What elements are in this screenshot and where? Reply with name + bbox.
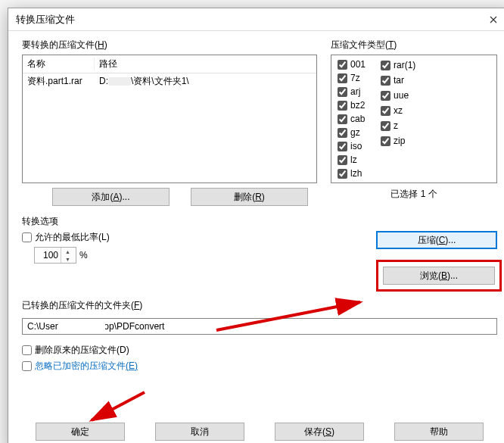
type-label: uue	[394, 90, 409, 101]
dialog-footer: 确定 取消 保存(S) 帮助	[22, 420, 497, 441]
type-cab[interactable]: cab	[338, 113, 366, 125]
file-list-header: 名称 路径	[23, 55, 316, 73]
cancel-button[interactable]: 取消	[155, 423, 244, 441]
file-path-cell: D:\资料\文件夹1\	[95, 75, 316, 88]
type-label: 001	[350, 59, 366, 70]
type-gz[interactable]: gz	[338, 126, 366, 139]
compression-settings-button[interactable]: 压缩(C)...	[376, 231, 497, 249]
files-label: 要转换的压缩文件(H)	[22, 39, 317, 51]
save-button[interactable]: 保存(S)	[275, 423, 364, 441]
spin-up-icon[interactable]: ▲	[61, 248, 74, 255]
type-checkbox[interactable]	[338, 87, 347, 97]
type-arj[interactable]: arj	[338, 86, 366, 98]
file-name-cell: 资料.part1.rar	[23, 75, 95, 88]
file-list-row[interactable]: 资料.part1.rar D:\资料\文件夹1\	[23, 73, 316, 89]
type-checkbox[interactable]	[338, 73, 347, 83]
svg-line-1	[92, 392, 145, 420]
types-column-1: 0017zarjbz2cabgzisolzlzh	[338, 58, 366, 179]
type-7z[interactable]: 7z	[338, 72, 366, 84]
type-xz[interactable]: xz	[381, 104, 415, 117]
close-button[interactable]	[476, 8, 504, 31]
min-ratio-label[interactable]: 允许的最低比率(L)	[35, 231, 110, 244]
skip-encrypted-checkbox[interactable]	[22, 361, 32, 371]
ok-button[interactable]: 确定	[36, 423, 125, 441]
type-checkbox[interactable]	[338, 128, 347, 138]
archive-types-box: 0017zarjbz2cabgzisolzlzh rar(1)taruuexzz…	[331, 55, 497, 183]
dest-folder-input[interactable]	[22, 318, 497, 335]
type-label: zip	[394, 136, 405, 146]
type-label: xz	[394, 105, 403, 116]
type-checkbox[interactable]	[381, 91, 390, 101]
delete-button[interactable]: 删除(R)	[191, 188, 308, 206]
type-checkbox[interactable]	[381, 121, 390, 131]
types-column-2: rar(1)taruuexzzzip	[381, 58, 415, 179]
type-label: arj	[350, 86, 360, 97]
types-label: 压缩文件类型(T)	[331, 39, 497, 51]
dialog-window: 转换压缩文件 要转换的压缩文件(H) 名称 路径 资料.part1.rar	[8, 8, 504, 443]
type-checkbox[interactable]	[338, 101, 347, 111]
delete-original-label[interactable]: 删除原来的压缩文件(D)	[35, 344, 129, 357]
add-button[interactable]: 添加(A)...	[52, 188, 170, 206]
type-001[interactable]: 001	[338, 58, 366, 70]
col-name-header[interactable]: 名称	[23, 58, 95, 70]
options-heading: 转换选项	[22, 215, 497, 228]
type-label: 7z	[350, 73, 360, 83]
close-icon	[490, 16, 497, 23]
type-checkbox[interactable]	[381, 136, 390, 146]
percent-label: %	[79, 250, 88, 260]
help-button[interactable]: 帮助	[394, 423, 484, 441]
browse-highlight-box: 浏览(B)...	[376, 260, 502, 292]
type-checkbox[interactable]	[338, 114, 347, 124]
type-zip[interactable]: zip	[381, 134, 415, 148]
type-z[interactable]: z	[381, 119, 415, 133]
min-ratio-input[interactable]	[35, 249, 61, 261]
dest-folder-label: 已转换的压缩文件的文件夹(F)	[22, 299, 497, 312]
type-label: lzh	[350, 168, 362, 179]
type-checkbox[interactable]	[338, 169, 347, 179]
delete-original-checkbox[interactable]	[22, 345, 32, 355]
titlebar: 转换压缩文件	[8, 8, 504, 31]
dialog-content: 要转换的压缩文件(H) 名称 路径 资料.part1.rar D:\资料\文件夹…	[8, 31, 504, 443]
type-label: gz	[350, 127, 360, 138]
type-label: z	[394, 120, 398, 131]
type-checkbox[interactable]	[338, 60, 347, 70]
type-rar1[interactable]: rar(1)	[381, 58, 415, 72]
type-tar[interactable]: tar	[381, 73, 415, 87]
type-label: bz2	[350, 100, 365, 111]
spin-down-icon[interactable]: ▼	[61, 255, 74, 263]
type-label: tar	[394, 75, 404, 86]
type-iso[interactable]: iso	[338, 140, 366, 152]
type-label: cab	[350, 114, 365, 124]
min-ratio-checkbox-row: 允许的最低比率(L)	[22, 231, 376, 244]
type-label: iso	[350, 141, 362, 151]
redacted-segment	[108, 77, 131, 86]
type-label: lz	[350, 154, 357, 165]
type-checkbox[interactable]	[338, 142, 347, 151]
skip-encrypted-label[interactable]: 忽略已加密的压缩文件(E)	[35, 360, 138, 373]
type-bz2[interactable]: bz2	[338, 99, 366, 111]
min-ratio-checkbox[interactable]	[22, 232, 32, 242]
type-uue[interactable]: uue	[381, 89, 415, 102]
window-title: 转换压缩文件	[16, 13, 476, 27]
type-checkbox[interactable]	[381, 76, 390, 86]
type-checkbox[interactable]	[381, 61, 390, 70]
type-checkbox[interactable]	[338, 155, 347, 165]
selected-count: 已选择 1 个	[331, 188, 497, 201]
file-list[interactable]: 名称 路径 资料.part1.rar D:\资料\文件夹1\	[22, 55, 317, 183]
col-path-header[interactable]: 路径	[95, 58, 316, 70]
min-ratio-spinner[interactable]: ▲ ▼	[34, 247, 76, 264]
delete-original-row: 删除原来的压缩文件(D)	[22, 344, 497, 357]
type-checkbox[interactable]	[381, 106, 390, 116]
skip-encrypted-row: 忽略已加密的压缩文件(E)	[22, 360, 497, 373]
type-lzh[interactable]: lzh	[338, 167, 366, 179]
browse-button[interactable]: 浏览(B)...	[383, 267, 495, 285]
type-lz[interactable]: lz	[338, 154, 366, 166]
type-label: rar(1)	[394, 60, 415, 70]
